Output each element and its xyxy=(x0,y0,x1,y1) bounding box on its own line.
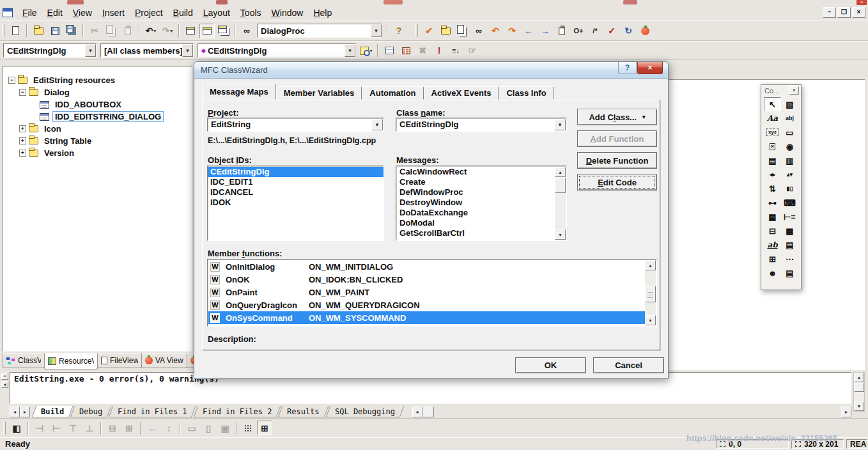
wizardbar-actions-icon[interactable]: ▾ xyxy=(359,43,374,58)
center-vertical-icon[interactable]: ⊟ xyxy=(105,421,120,435)
wizardbar-class-combo-dropdown-button[interactable]: ▾ xyxy=(85,44,96,57)
va-paste-icon[interactable] xyxy=(554,24,570,38)
workspace-tab-resourceview[interactable]: ResourceView xyxy=(44,353,98,369)
wizardbar-filter-combo-dropdown-button[interactable]: ▾ xyxy=(182,44,193,57)
object-id-item[interactable]: IDCANCEL xyxy=(208,187,384,198)
va-insert-symbol-icon[interactable]: O+ xyxy=(571,24,586,38)
workspace-tab-fileview[interactable]: FileView xyxy=(97,353,142,368)
menu-tools[interactable]: Tools xyxy=(235,6,267,20)
expander-icon[interactable]: + xyxy=(19,150,26,157)
va-reparse-icon[interactable]: ↻ xyxy=(621,24,636,38)
output-close-icon[interactable]: × xyxy=(1,373,8,380)
menu-file[interactable]: File xyxy=(17,6,42,20)
message-item[interactable]: DoModal xyxy=(397,218,555,228)
workspace-tab-va-view[interactable]: VA View xyxy=(141,353,187,368)
hot-key-control-icon[interactable]: ⌨ xyxy=(781,196,798,210)
compile-file-icon[interactable] xyxy=(382,43,397,58)
tab-member-variables[interactable]: Member Variables xyxy=(276,86,362,100)
tree-item[interactable]: IDD_ABOUTBOX xyxy=(3,98,192,111)
scroll-down-icon[interactable]: ▾ xyxy=(854,401,864,411)
tab-message-maps[interactable]: Message Maps xyxy=(202,84,276,100)
tab-control-icon[interactable]: ⊟ xyxy=(764,224,781,238)
object-id-item[interactable]: IDOK xyxy=(208,198,384,208)
menu-view[interactable]: View xyxy=(68,6,97,20)
menu-project[interactable]: Project xyxy=(130,6,168,20)
menu-layout[interactable]: Layout xyxy=(198,6,235,20)
message-item[interactable]: DoDataExchange xyxy=(397,208,555,218)
message-item[interactable]: Create xyxy=(397,177,555,187)
tree-item[interactable]: IDD_EDITSTRING_DIALOG xyxy=(3,111,192,123)
member-functions-list[interactable]: WOnInitDialogON_WM_INITDIALOGWOnOKON_IDO… xyxy=(207,259,657,327)
member-function-row[interactable]: WOnOKON_IDOK:BN_CLICKED xyxy=(208,273,645,286)
list-control-icon[interactable]: ▦ xyxy=(764,210,781,224)
output-tab-sql-debugging[interactable]: SQL Debugging xyxy=(325,406,403,417)
toolbar-gripper[interactable] xyxy=(415,24,418,37)
tab-activex-events[interactable]: ActiveX Events xyxy=(424,86,499,100)
stop-build-icon[interactable]: ✖ xyxy=(415,43,430,58)
test-dialog-icon[interactable]: ◧ xyxy=(9,421,24,435)
member-function-row[interactable]: WOnPaintON_WM_PAINT xyxy=(208,286,645,299)
tree-item[interactable]: −EditString resources xyxy=(3,74,192,86)
output-tab-find-in-files-1[interactable]: Find in Files 1 xyxy=(109,406,196,417)
hscroll-right-icon[interactable]: ▸ xyxy=(841,407,851,417)
combo-box-control-icon[interactable]: ▤ xyxy=(764,153,781,167)
progress-control-icon[interactable]: ▮▯ xyxy=(781,182,798,196)
menu-edit[interactable]: Edit xyxy=(42,6,68,20)
expander-icon[interactable]: + xyxy=(19,125,26,132)
expander-icon[interactable]: + xyxy=(19,137,26,144)
expander-icon[interactable]: − xyxy=(8,77,15,84)
radio-button-control-icon[interactable]: ◉ xyxy=(781,139,798,153)
project-combo[interactable]: EditString ▾ xyxy=(207,118,384,132)
classname-combo[interactable]: CEditStringDlg ▾ xyxy=(396,118,567,132)
va-check-icon[interactable]: ✔ xyxy=(421,24,437,38)
make-same-size-icon[interactable]: ▣ xyxy=(217,421,233,435)
chevron-down-icon[interactable]: ▾ xyxy=(554,119,566,130)
output-vertical-scrollbar[interactable]: ▴ ▾ xyxy=(853,372,865,412)
wizardbar-class-combo[interactable]: CEditStringDlg▾ xyxy=(3,43,97,58)
tree-control-icon[interactable]: ⊢≡ xyxy=(781,210,798,224)
execute-program-icon[interactable]: ! xyxy=(431,43,447,58)
date-time-picker-control-icon[interactable]: ▤ xyxy=(781,238,798,252)
open-file-icon[interactable] xyxy=(31,24,46,38)
minimize-button[interactable]: – xyxy=(823,7,836,18)
spin-control-icon[interactable]: ⇅ xyxy=(764,182,781,196)
menu-build[interactable]: Build xyxy=(168,6,198,20)
toolbar-gripper[interactable] xyxy=(2,24,4,37)
scroll-up-icon[interactable]: ▴ xyxy=(854,373,864,382)
scrollbar-thumb[interactable] xyxy=(555,178,566,193)
month-calendar-control-icon[interactable]: ⊞ xyxy=(764,252,781,266)
rich-edit-control-icon[interactable]: ab xyxy=(764,238,781,252)
new-file-icon[interactable] xyxy=(8,24,23,38)
message-item[interactable]: GetScrollBarCtrl xyxy=(397,228,555,238)
align-bottom-icon[interactable]: ⊥ xyxy=(82,421,97,435)
va-tomato-icon[interactable] xyxy=(637,24,653,38)
picture-control-icon[interactable]: ▧ xyxy=(781,97,798,111)
member-function-row[interactable]: WOnSysCommandON_WM_SYSCOMMAND xyxy=(208,311,645,324)
scroll-up-icon[interactable]: ▴ xyxy=(555,167,566,177)
va-redo-icon[interactable]: ↷ xyxy=(504,24,520,38)
scroll-down-icon[interactable]: ▾ xyxy=(645,315,656,325)
save-icon[interactable] xyxy=(47,24,63,38)
hscroll-left-icon[interactable]: ◂ xyxy=(412,407,422,417)
delete-function-button[interactable]: Delete Function xyxy=(577,152,657,169)
align-right-icon[interactable]: ⊢ xyxy=(49,421,64,435)
list-box-control-icon[interactable]: ▥ xyxy=(781,153,798,167)
wizardbar-member-combo[interactable]: ◆CEditStringDlg▾ xyxy=(198,43,356,58)
make-same-width-icon[interactable]: ▭ xyxy=(184,421,199,435)
va-find-tool-icon[interactable]: ∞ xyxy=(471,24,486,38)
tab-scroll-right-icon[interactable]: ▸ xyxy=(20,407,30,417)
message-item[interactable]: DestroyWindow xyxy=(397,198,555,208)
scroll-down-icon[interactable]: ▾ xyxy=(555,229,566,240)
static-text-control-icon[interactable]: Aa xyxy=(764,111,781,125)
va-copy-icon[interactable] xyxy=(454,24,470,38)
copy-icon[interactable] xyxy=(104,24,119,38)
tree-item[interactable]: −Dialog xyxy=(3,86,192,98)
tree-item[interactable]: +Version xyxy=(3,147,192,159)
toolbar-gripper[interactable] xyxy=(3,422,6,435)
scrollbar-thumb[interactable] xyxy=(854,383,864,392)
search-in-files-icon[interactable]: ? xyxy=(391,24,407,38)
menu-insert[interactable]: Insert xyxy=(97,6,130,20)
messages-scrollbar[interactable]: ▴ ▾ xyxy=(555,167,566,240)
member-function-row[interactable]: WOnInitDialogON_WM_INITDIALOG xyxy=(208,260,645,273)
chevron-down-icon[interactable]: ▾ xyxy=(371,119,383,130)
